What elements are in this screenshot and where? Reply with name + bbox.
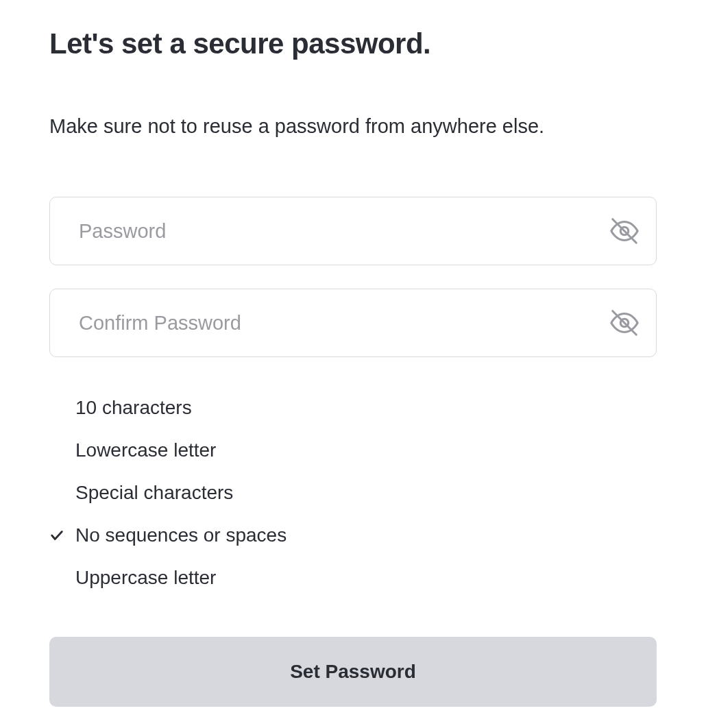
confirm-password-field-wrapper	[49, 289, 657, 357]
eye-off-icon[interactable]	[609, 215, 640, 247]
password-field-wrapper	[49, 197, 657, 265]
requirement-item: Uppercase letter	[49, 567, 657, 589]
check-icon	[49, 400, 75, 415]
requirement-label: No sequences or spaces	[75, 524, 657, 546]
requirement-item: No sequences or spaces	[49, 524, 657, 546]
check-icon	[49, 443, 75, 458]
check-icon	[49, 570, 75, 585]
page-subheading: Make sure not to reuse a password from a…	[49, 115, 657, 138]
requirement-label: Special characters	[75, 482, 657, 504]
page-title: Let's set a secure password.	[49, 27, 657, 60]
set-password-button[interactable]: Set Password	[49, 637, 657, 707]
check-icon	[49, 485, 75, 500]
requirement-item: Special characters	[49, 482, 657, 504]
requirement-item: 10 characters	[49, 397, 657, 419]
requirement-label: 10 characters	[75, 397, 657, 419]
requirement-item: Lowercase letter	[49, 439, 657, 461]
requirement-label: Lowercase letter	[75, 439, 657, 461]
requirement-label: Uppercase letter	[75, 567, 657, 589]
eye-off-icon[interactable]	[609, 307, 640, 339]
check-icon	[49, 528, 75, 543]
password-input[interactable]	[49, 197, 657, 265]
requirements-list: 10 charactersLowercase letterSpecial cha…	[49, 397, 657, 589]
confirm-password-input[interactable]	[49, 289, 657, 357]
